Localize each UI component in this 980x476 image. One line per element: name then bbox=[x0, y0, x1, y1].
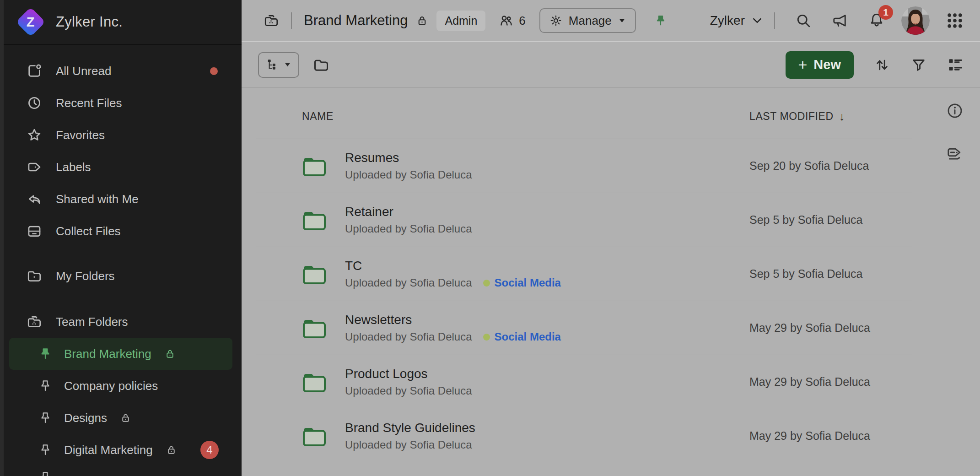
folder-view-button[interactable] bbox=[313, 57, 329, 73]
view-mode-dropdown[interactable] bbox=[258, 52, 299, 78]
content: NAME LAST MODIFIED ↓ Resumes Uploaded bbox=[242, 88, 980, 476]
row-main: Brand Style Guidelines Uploaded by Sofia… bbox=[345, 421, 749, 451]
folder-name[interactable]: TC bbox=[345, 259, 749, 273]
folder-icon bbox=[302, 371, 327, 393]
info-panel-button[interactable] bbox=[946, 102, 964, 120]
org-logo-icon: Z bbox=[16, 8, 45, 36]
sidebar-item-label: Designs bbox=[64, 411, 107, 425]
sidebar-item-partial[interactable] bbox=[9, 466, 232, 476]
sidebar-item-label: Recent Files bbox=[56, 96, 122, 110]
folder-name[interactable]: Newsletters bbox=[345, 313, 749, 327]
org-logo-letter: Z bbox=[27, 15, 35, 30]
row-subtitle: Uploaded by Sofia Deluca bbox=[345, 168, 749, 181]
divider bbox=[291, 12, 292, 29]
folder-name[interactable]: Resumes bbox=[345, 151, 749, 165]
column-header-name[interactable]: NAME bbox=[302, 110, 749, 123]
members-count[interactable]: 6 bbox=[499, 14, 525, 28]
folder-label[interactable]: Social Media bbox=[483, 330, 561, 343]
table-row[interactable]: Resumes Uploaded by Sofia Deluca Sep 20 … bbox=[256, 139, 912, 193]
announcements-button[interactable] bbox=[832, 12, 848, 29]
divider bbox=[774, 12, 775, 29]
label-text: Social Media bbox=[495, 330, 561, 343]
sidebar-item-collect-files[interactable]: Collect Files bbox=[0, 215, 242, 247]
last-modified-value: May 29 by Sofia Deluca bbox=[749, 429, 912, 443]
sidebar-item-designs[interactable]: Designs bbox=[9, 402, 232, 434]
role-badge: Admin bbox=[436, 11, 485, 31]
sidebar-item-team-folders[interactable]: Team Folders bbox=[0, 306, 242, 338]
folder-label[interactable]: Social Media bbox=[483, 276, 561, 289]
sidebar-item-label: Team Folders bbox=[56, 315, 128, 329]
row-subtitle: Uploaded by Sofia Deluca bbox=[345, 222, 749, 235]
folder-icon bbox=[302, 155, 327, 177]
sidebar-item-label: Company policies bbox=[64, 379, 158, 393]
label-dot-icon bbox=[483, 334, 490, 341]
user-avatar[interactable] bbox=[901, 6, 930, 35]
team-folder-icon bbox=[27, 314, 42, 330]
topbar: Brand Marketing Admin 6 bbox=[242, 0, 980, 42]
sidebar-item-label: Digital Marketing bbox=[64, 443, 153, 457]
pin-icon bbox=[38, 471, 52, 476]
table-header: NAME LAST MODIFIED ↓ bbox=[256, 88, 912, 139]
pinned-icon[interactable] bbox=[654, 14, 667, 27]
new-button[interactable]: + New bbox=[786, 51, 854, 79]
unread-indicator-dot bbox=[210, 67, 218, 75]
new-button-label: New bbox=[813, 57, 841, 72]
sidebar-item-recent-files[interactable]: Recent Files bbox=[0, 87, 242, 119]
folder-icon bbox=[302, 317, 327, 339]
folder-name[interactable]: Retainer bbox=[345, 205, 749, 219]
collect-tray-icon bbox=[27, 223, 42, 239]
column-header-last-modified[interactable]: LAST MODIFIED ↓ bbox=[749, 110, 912, 123]
table-row[interactable]: TC Uploaded by Sofia Deluca Social Media… bbox=[256, 247, 912, 301]
sidebar-item-labels[interactable]: Labels bbox=[0, 151, 242, 183]
sidebar-item-my-folders[interactable]: My Folders bbox=[0, 260, 242, 292]
uploaded-by: Uploaded by Sofia Deluca bbox=[345, 330, 472, 343]
notifications[interactable]: 1 bbox=[868, 11, 885, 30]
sidebar-item-brand-marketing[interactable]: Brand Marketing bbox=[9, 338, 232, 370]
apps-grid-button[interactable] bbox=[946, 12, 964, 29]
sidebar-item-company-policies[interactable]: Company policies bbox=[9, 370, 232, 402]
org-header[interactable]: Z Zylker Inc. bbox=[0, 0, 242, 45]
last-modified-value: Sep 5 by Sofia Deluca bbox=[749, 213, 912, 227]
row-subtitle: Uploaded by Sofia Deluca Social Media bbox=[345, 276, 749, 289]
label-dot-icon bbox=[483, 280, 490, 287]
pin-icon bbox=[38, 443, 52, 457]
caret-down-icon bbox=[284, 62, 291, 67]
sidebar-item-label: Brand Marketing bbox=[64, 347, 151, 361]
folder-name[interactable]: Product Logos bbox=[345, 367, 749, 381]
team-selector[interactable]: Zylker bbox=[710, 13, 762, 28]
sort-button[interactable] bbox=[874, 57, 890, 73]
megaphone-icon bbox=[832, 12, 848, 29]
row-subtitle: Uploaded by Sofia Deluca bbox=[345, 384, 749, 397]
sidebar-item-shared-with-me[interactable]: Shared with Me bbox=[0, 183, 242, 215]
sidebar-item-label: Favorites bbox=[56, 128, 105, 142]
plus-icon: + bbox=[798, 57, 808, 72]
sidebar-item-digital-marketing[interactable]: Digital Marketing 4 bbox=[9, 434, 232, 466]
toolbar: + New bbox=[242, 42, 980, 88]
table-row[interactable]: Brand Style Guidelines Uploaded by Sofia… bbox=[256, 409, 912, 463]
sidebar-item-label: Labels bbox=[56, 160, 91, 174]
right-rail bbox=[929, 88, 980, 476]
folder-icon bbox=[302, 263, 327, 285]
labels-panel-button[interactable] bbox=[946, 144, 964, 162]
sidebar-item-all-unread[interactable]: All Unread bbox=[0, 55, 242, 87]
search-button[interactable] bbox=[795, 12, 812, 29]
folder-name[interactable]: Brand Style Guidelines bbox=[345, 421, 749, 435]
manage-button[interactable]: Manage bbox=[539, 8, 636, 33]
list-layout-button[interactable] bbox=[947, 57, 964, 73]
sidebar: Z Zylker Inc. All Unread bbox=[0, 0, 242, 476]
filter-button[interactable] bbox=[910, 57, 927, 73]
table-row[interactable]: Retainer Uploaded by Sofia Deluca Sep 5 … bbox=[256, 193, 912, 247]
list-layout-icon bbox=[947, 57, 964, 73]
team-folder-icon bbox=[264, 13, 279, 28]
sidebar-item-favorites[interactable]: Favorites bbox=[0, 119, 242, 151]
table-row[interactable]: Newsletters Uploaded by Sofia Deluca Soc… bbox=[256, 301, 912, 355]
team-name: Zylker bbox=[710, 13, 745, 28]
sidebar-quick-nav: All Unread Recent Files Favorites bbox=[0, 55, 242, 476]
sidebar-item-label: Shared with Me bbox=[56, 192, 139, 206]
table-row[interactable]: Product Logos Uploaded by Sofia Deluca M… bbox=[256, 355, 912, 409]
column-header-last-modified-label: LAST MODIFIED bbox=[749, 110, 834, 123]
sort-arrows-icon bbox=[874, 57, 890, 73]
lock-icon bbox=[166, 444, 177, 456]
star-icon bbox=[27, 127, 42, 143]
notification-count-badge: 1 bbox=[878, 5, 893, 20]
